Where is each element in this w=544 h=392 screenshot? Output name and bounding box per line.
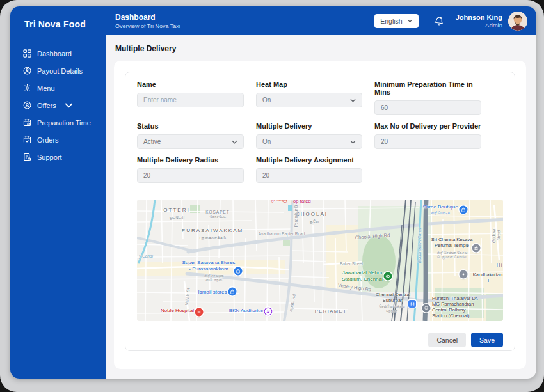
user-info: Johnson King Admin (456, 13, 502, 29)
sidebar-item-label: Support (37, 153, 62, 161)
sidebar-item-label: Dashboard (37, 50, 72, 58)
top-header: Dashboard Overview of Tri Nova Taxi Engl… (106, 6, 536, 35)
bell-icon (434, 16, 444, 26)
cancel-button[interactable]: Cancel (428, 333, 466, 347)
shopping-bag-icon[interactable] (228, 288, 237, 296)
status-select[interactable]: Active (137, 134, 244, 149)
sidebar-item-label: Menu (37, 84, 55, 92)
form-grid: Name Heat Map On Min (137, 81, 503, 183)
form-actions: Cancel Save (137, 333, 503, 347)
avatar[interactable] (508, 12, 527, 31)
sidebar-item-label: Preparation Time (37, 119, 91, 127)
max-delivery-input[interactable] (374, 134, 481, 149)
sidebar-item-label: Offers (37, 102, 56, 109)
dashboard-icon (23, 49, 31, 58)
temple-icon[interactable] (472, 244, 481, 253)
sidebar-item-menu[interactable]: Menu (10, 79, 106, 97)
page-title: Multiple Delivery (115, 44, 526, 53)
heat-map-value: On (262, 97, 271, 104)
language-label: English (380, 17, 402, 25)
hospital-icon[interactable] (195, 308, 204, 317)
stadium-icon[interactable] (384, 272, 392, 281)
multiple-delivery-value: On (262, 138, 271, 145)
preparation-time-icon (23, 118, 31, 127)
status-value: Active (143, 138, 161, 145)
chevron-down-icon (350, 140, 356, 144)
status-label: Status (137, 122, 244, 130)
sidebar-item-payout-details[interactable]: Payout Details (10, 62, 106, 79)
content-area: Multiple Delivery Name Heat Map On (106, 35, 536, 379)
sidebar-item-orders[interactable]: Orders (10, 131, 106, 148)
train-icon[interactable] (422, 304, 431, 313)
heat-map-label: Heat Map (256, 81, 362, 88)
main-area: Dashboard Overview of Tri Nova Taxi Engl… (106, 6, 536, 379)
map[interactable]: OTTERIஒட்டேரிKOSAPETகோசபேட்PURASAIWAKKAM… (137, 200, 503, 321)
metro-icon[interactable] (408, 300, 416, 308)
name-label: Name (137, 81, 244, 88)
shopping-bag-icon[interactable] (460, 206, 468, 214)
window-frame: Tri Nova Food Dashboard Payout Details M… (0, 0, 544, 392)
min-prep-time-label: Minimum Preparation Time in Mins (374, 81, 481, 96)
avatar-image (508, 12, 527, 31)
sidebar-item-support[interactable]: Support (10, 148, 106, 166)
content-card: Name Heat Map On Min (114, 61, 526, 369)
delivery-assignment-label: Multiple Delivery Assignment (256, 156, 362, 164)
heat-map-select[interactable]: On (256, 93, 362, 107)
multiple-delivery-select[interactable]: On (256, 134, 362, 149)
min-prep-time-input[interactable] (374, 100, 481, 115)
chevron-down-icon (232, 140, 237, 144)
header-title: Dashboard (115, 13, 180, 22)
chevron-down-icon (65, 101, 73, 109)
sidebar-item-dashboard[interactable]: Dashboard (10, 45, 106, 62)
map-base (137, 200, 503, 321)
music-note-icon[interactable] (264, 308, 273, 316)
payout-details-icon (23, 67, 31, 75)
language-selector[interactable]: English (374, 14, 418, 28)
delivery-assignment-input[interactable] (256, 168, 362, 183)
offers-icon (23, 101, 31, 109)
sidebar-item-label: Payout Details (37, 67, 83, 75)
sidebar-item-label: Orders (37, 136, 59, 144)
orders-icon (23, 136, 31, 144)
app-window: Tri Nova Food Dashboard Payout Details M… (10, 6, 536, 379)
notifications-button[interactable] (434, 16, 444, 26)
header-titles: Dashboard Overview of Tri Nova Taxi (115, 13, 180, 29)
menu-icon (23, 84, 31, 92)
name-input[interactable] (137, 93, 244, 107)
max-delivery-label: Max No of Delivery per Provider (374, 122, 481, 130)
chevron-down-icon (350, 98, 356, 102)
brand-title: Tri Nova Food (10, 19, 106, 29)
user-role: Admin (456, 22, 502, 29)
header-subtitle: Overview of Tri Nova Taxi (115, 23, 180, 29)
sidebar: Tri Nova Food Dashboard Payout Details M… (10, 6, 106, 379)
sidebar-item-preparation-time[interactable]: Preparation Time (10, 114, 106, 131)
chevron-down-icon (407, 19, 413, 22)
delivery-radius-input[interactable] (137, 168, 244, 183)
delivery-radius-label: Multiple Delivery Radius (137, 156, 244, 164)
support-icon (23, 153, 31, 161)
save-button[interactable]: Save (471, 333, 503, 347)
shopping-bag-icon[interactable] (234, 267, 243, 276)
multiple-delivery-label: Multiple Delivery (256, 122, 362, 130)
poi-dot-icon[interactable] (460, 270, 468, 279)
form-panel: Name Heat Map On Min (125, 72, 515, 351)
user-name: Johnson King (456, 13, 502, 21)
sidebar-item-offers[interactable]: Offers (10, 97, 106, 114)
